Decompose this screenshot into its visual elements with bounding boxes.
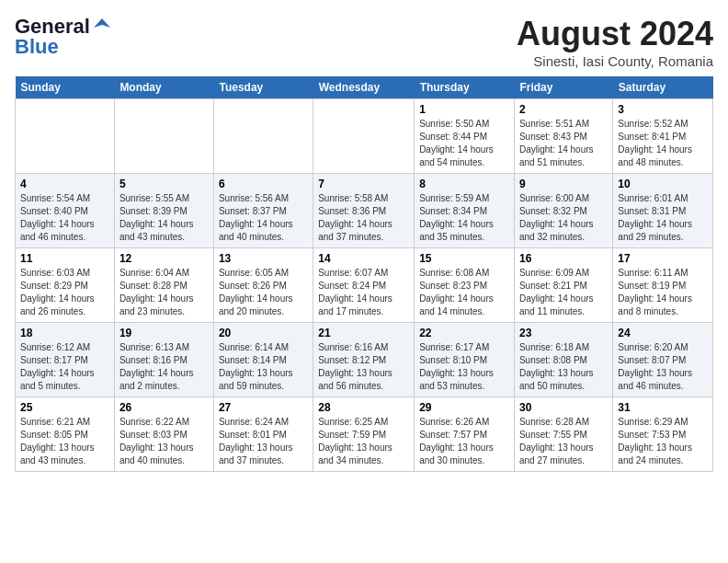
day-number: 27 [219,401,308,414]
header-saturday: Saturday [613,76,713,99]
day-info: Sunrise: 5:56 AMSunset: 8:37 PMDaylight:… [219,193,293,242]
page-title: August 2024 [517,15,713,53]
day-info: Sunrise: 6:09 AMSunset: 8:21 PMDaylight:… [519,268,594,316]
calendar-cell: 22Sunrise: 6:17 AMSunset: 8:10 PMDayligh… [415,323,515,397]
day-number: 8 [419,178,509,190]
day-info: Sunrise: 6:08 AMSunset: 8:23 PMDaylight:… [419,268,494,316]
day-number: 3 [618,103,708,116]
calendar-row-3: 11Sunrise: 6:03 AMSunset: 8:29 PMDayligh… [16,248,713,323]
calendar-cell: 27Sunrise: 6:24 AMSunset: 8:01 PMDayligh… [213,397,313,472]
calendar-cell: 4Sunrise: 5:54 AMSunset: 8:40 PMDaylight… [16,174,115,248]
day-number: 20 [219,327,308,339]
calendar-cell: 29Sunrise: 6:26 AMSunset: 7:57 PMDayligh… [415,397,515,472]
day-number: 23 [519,327,608,339]
day-number: 22 [419,327,509,339]
header-tuesday: Tuesday [213,76,313,99]
day-number: 26 [119,401,209,414]
calendar-cell: 6Sunrise: 5:56 AMSunset: 8:37 PMDaylight… [213,174,313,248]
day-info: Sunrise: 6:24 AMSunset: 8:01 PMDaylight:… [219,417,293,465]
calendar-cell: 23Sunrise: 6:18 AMSunset: 8:08 PMDayligh… [514,323,612,397]
day-number: 21 [318,327,409,339]
calendar-cell [313,99,415,174]
calendar-row-2: 4Sunrise: 5:54 AMSunset: 8:40 PMDaylight… [16,174,713,248]
calendar-cell: 14Sunrise: 6:07 AMSunset: 8:24 PMDayligh… [313,248,415,323]
calendar-cell: 28Sunrise: 6:25 AMSunset: 7:59 PMDayligh… [313,397,415,472]
calendar-body: 1Sunrise: 5:50 AMSunset: 8:44 PMDaylight… [16,99,713,472]
calendar-cell: 24Sunrise: 6:20 AMSunset: 8:07 PMDayligh… [613,323,713,397]
day-info: Sunrise: 6:25 AMSunset: 7:59 PMDaylight:… [318,417,392,465]
calendar-cell: 5Sunrise: 5:55 AMSunset: 8:39 PMDaylight… [114,174,213,248]
day-info: Sunrise: 6:17 AMSunset: 8:10 PMDaylight:… [419,342,494,391]
header: General Blue August 2024 Sinesti, Iasi C… [15,15,713,69]
day-number: 29 [419,401,509,414]
day-info: Sunrise: 6:18 AMSunset: 8:08 PMDaylight:… [519,342,594,391]
day-info: Sunrise: 5:58 AMSunset: 8:36 PMDaylight:… [318,193,392,242]
day-info: Sunrise: 6:03 AMSunset: 8:29 PMDaylight:… [20,268,95,316]
header-wednesday: Wednesday [313,76,415,99]
calendar-cell: 19Sunrise: 6:13 AMSunset: 8:16 PMDayligh… [114,323,213,397]
day-info: Sunrise: 6:14 AMSunset: 8:14 PMDaylight:… [219,342,293,391]
day-info: Sunrise: 5:51 AMSunset: 8:43 PMDaylight:… [519,119,594,167]
day-info: Sunrise: 6:00 AMSunset: 8:32 PMDaylight:… [519,193,594,242]
day-info: Sunrise: 6:05 AMSunset: 8:26 PMDaylight:… [219,268,293,316]
calendar-cell: 31Sunrise: 6:29 AMSunset: 7:53 PMDayligh… [613,397,713,472]
calendar-cell: 20Sunrise: 6:14 AMSunset: 8:14 PMDayligh… [213,323,313,397]
calendar-cell: 26Sunrise: 6:22 AMSunset: 8:03 PMDayligh… [114,397,213,472]
day-number: 15 [419,252,509,265]
header-thursday: Thursday [415,76,515,99]
calendar-cell: 11Sunrise: 6:03 AMSunset: 8:29 PMDayligh… [16,248,115,323]
day-info: Sunrise: 6:04 AMSunset: 8:28 PMDaylight:… [119,268,194,316]
day-number: 2 [519,103,608,116]
day-number: 11 [20,252,109,265]
calendar-cell: 13Sunrise: 6:05 AMSunset: 8:26 PMDayligh… [213,248,313,323]
calendar-row-5: 25Sunrise: 6:21 AMSunset: 8:05 PMDayligh… [16,397,713,472]
header-row: Sunday Monday Tuesday Wednesday Thursday… [16,76,713,99]
day-info: Sunrise: 5:54 AMSunset: 8:40 PMDaylight:… [20,193,95,242]
day-number: 16 [519,252,608,265]
day-info: Sunrise: 6:22 AMSunset: 8:03 PMDaylight:… [119,417,194,465]
day-number: 28 [318,401,409,414]
day-info: Sunrise: 6:29 AMSunset: 7:53 PMDaylight:… [618,417,692,465]
day-number: 13 [219,252,308,265]
day-info: Sunrise: 6:20 AMSunset: 8:07 PMDaylight:… [618,342,692,391]
day-info: Sunrise: 6:01 AMSunset: 8:31 PMDaylight:… [618,193,692,242]
day-info: Sunrise: 5:59 AMSunset: 8:34 PMDaylight:… [419,193,494,242]
day-info: Sunrise: 6:16 AMSunset: 8:12 PMDaylight:… [318,342,392,391]
header-sunday: Sunday [16,76,115,99]
calendar-table: Sunday Monday Tuesday Wednesday Thursday… [15,76,713,472]
calendar-cell: 12Sunrise: 6:04 AMSunset: 8:28 PMDayligh… [114,248,213,323]
day-number: 12 [119,252,209,265]
day-number: 1 [419,103,509,116]
day-number: 4 [20,178,109,190]
calendar-cell: 25Sunrise: 6:21 AMSunset: 8:05 PMDayligh… [16,397,115,472]
calendar-cell: 18Sunrise: 6:12 AMSunset: 8:17 PMDayligh… [16,323,115,397]
day-number: 24 [618,327,708,339]
calendar-cell: 2Sunrise: 5:51 AMSunset: 8:43 PMDaylight… [514,99,612,174]
day-info: Sunrise: 6:07 AMSunset: 8:24 PMDaylight:… [318,268,392,316]
page-subtitle: Sinesti, Iasi County, Romania [517,53,713,69]
day-number: 30 [519,401,608,414]
svg-marker-0 [94,18,110,28]
day-number: 31 [618,401,708,414]
day-info: Sunrise: 6:12 AMSunset: 8:17 PMDaylight:… [20,342,95,391]
day-info: Sunrise: 6:11 AMSunset: 8:19 PMDaylight:… [618,268,692,316]
day-info: Sunrise: 6:13 AMSunset: 8:16 PMDaylight:… [119,342,194,391]
day-number: 9 [519,178,608,190]
day-info: Sunrise: 6:28 AMSunset: 7:55 PMDaylight:… [519,417,594,465]
logo-blue-text: Blue [15,35,59,59]
day-info: Sunrise: 5:50 AMSunset: 8:44 PMDaylight:… [419,119,494,167]
calendar-cell: 9Sunrise: 6:00 AMSunset: 8:32 PMDaylight… [514,174,612,248]
calendar-cell [213,99,313,174]
calendar-cell: 7Sunrise: 5:58 AMSunset: 8:36 PMDaylight… [313,174,415,248]
calendar-cell: 17Sunrise: 6:11 AMSunset: 8:19 PMDayligh… [613,248,713,323]
day-number: 5 [119,178,209,190]
day-number: 19 [119,327,209,339]
calendar-cell: 15Sunrise: 6:08 AMSunset: 8:23 PMDayligh… [415,248,515,323]
day-number: 14 [318,252,409,265]
calendar-cell: 21Sunrise: 6:16 AMSunset: 8:12 PMDayligh… [313,323,415,397]
day-number: 6 [219,178,308,190]
day-number: 7 [318,178,409,190]
day-number: 18 [20,327,109,339]
logo-bird-icon [92,17,112,37]
calendar-cell: 16Sunrise: 6:09 AMSunset: 8:21 PMDayligh… [514,248,612,323]
